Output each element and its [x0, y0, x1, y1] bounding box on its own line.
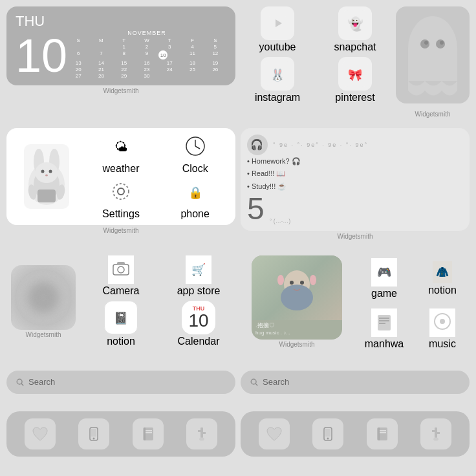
youtube-icon	[261, 6, 294, 40]
blurred-widget-col: Widgetsmith	[11, 265, 76, 338]
row3-right: ● .抱擁♡ hug music	[241, 255, 470, 352]
svg-rect-31	[108, 178, 134, 204]
notes-number: 5	[247, 193, 265, 224]
row3-left-icons: Camera 🛒 app store Widgetsmith	[6, 255, 235, 347]
dock-phone2-icon[interactable]	[312, 418, 343, 449]
ghost-svg	[404, 13, 462, 97]
svg-point-48	[310, 275, 316, 285]
svg-text:📓: 📓	[114, 311, 129, 325]
widgetsmith-big-label: Widgetsmith	[396, 107, 470, 119]
svg-rect-82	[435, 427, 437, 438]
youtube-icon-wrapper	[261, 6, 294, 40]
pinterest-icon-wrapper: 🎀	[338, 57, 372, 91]
notion1-app[interactable]: 📓 notion	[104, 301, 138, 347]
bunny-svg	[26, 146, 68, 207]
row4-search: Search Search	[6, 371, 470, 394]
svg-rect-54	[379, 318, 389, 319]
youtube-app[interactable]: youtube	[241, 6, 314, 53]
settings-label: Settings	[102, 208, 140, 220]
row3-right-icons: 🎮 game 🧥 notion manhwa	[357, 255, 470, 352]
dock-book2-icon[interactable]	[367, 418, 398, 449]
dock-right	[241, 411, 470, 457]
clock-app[interactable]: Clock	[160, 133, 230, 175]
widgetsmith-label-1: Widgetsmith	[6, 87, 235, 94]
row3: Camera 🛒 app store Widgetsmith	[6, 255, 470, 352]
svg-text:👻: 👻	[347, 16, 363, 32]
dock-heart-icon[interactable]	[25, 418, 56, 449]
notion2-label: notion	[428, 285, 457, 296]
row2-left-wrapper: 🌤 weather Clock Settings	[6, 128, 235, 240]
svg-rect-5	[408, 49, 457, 81]
blurred-widget	[11, 265, 76, 330]
music-app-label: music	[429, 338, 456, 350]
svg-rect-56	[379, 323, 385, 324]
game-app[interactable]: 🎮 game	[371, 258, 397, 299]
svg-rect-68	[144, 427, 146, 440]
note-item-1: • Homework? 🎧	[247, 155, 463, 168]
camera-app[interactable]: Camera	[103, 255, 140, 297]
snapchat-label: snapchat	[334, 41, 376, 53]
youtube-label: youtube	[259, 41, 296, 53]
svg-point-60	[17, 379, 22, 384]
music-app-icon	[429, 308, 455, 337]
svg-point-21	[45, 175, 48, 177]
big-ghost-widget	[396, 6, 470, 103]
svg-text:🐰: 🐰	[270, 68, 285, 82]
search-icon-left	[16, 378, 25, 387]
notes-items: • Homework? 🎧 • Read!!! 📖 • Study!!! ☕	[247, 155, 463, 193]
svg-point-18	[35, 162, 58, 183]
instagram-app[interactable]: 🐰 instagram	[241, 57, 314, 103]
date-cal-inner: THU NOVEMBER SMTWTFS 12345 6789101112 13…	[6, 6, 235, 85]
dock-book-icon[interactable]	[133, 418, 164, 449]
svg-line-61	[21, 384, 23, 385]
notes-bottom: 5 ° (…·…)	[247, 193, 463, 224]
camera-label: Camera	[103, 285, 140, 297]
dock-usb2-icon[interactable]	[420, 418, 451, 449]
svg-text:🎀: 🎀	[348, 68, 363, 82]
blurred-inner	[27, 281, 60, 314]
cal-num: 10	[188, 312, 208, 330]
weather-app[interactable]: 🌤 weather	[86, 133, 157, 175]
pinterest-app[interactable]: 🎀 pinterest	[318, 57, 392, 103]
calendar-app[interactable]: THU 10 Calendar	[178, 301, 220, 347]
pinterest-icon: 🎀	[338, 57, 372, 91]
notion1-icon: 📓	[104, 301, 138, 334]
manhwa-app[interactable]: manhwa	[365, 308, 404, 350]
appstore-app[interactable]: 🛒 app store	[177, 255, 221, 297]
svg-point-44	[281, 285, 313, 310]
instagram-icon: 🐰	[261, 57, 294, 91]
music-app[interactable]: music	[429, 308, 456, 350]
phone-label: phone	[180, 208, 210, 220]
svg-line-63	[255, 384, 257, 385]
svg-rect-22	[38, 189, 56, 202]
svg-point-8	[424, 41, 428, 45]
widgetsmith-label-3: Widgetsmith	[241, 233, 470, 240]
row3-left-col: Camera 🛒 app store Widgetsmith	[6, 255, 235, 352]
svg-text:🎮: 🎮	[377, 265, 392, 279]
svg-rect-74	[203, 432, 206, 434]
svg-point-20	[49, 170, 52, 173]
game-icon: 🎮	[371, 258, 397, 287]
notion2-app[interactable]: 🧥 notion	[428, 261, 457, 296]
bunny-img	[12, 133, 82, 220]
manhwa-icon	[371, 308, 397, 337]
weather-label: weather	[103, 163, 140, 175]
search-bar-right[interactable]: Search	[241, 371, 470, 394]
manhwa-label: manhwa	[365, 338, 404, 350]
search-bar-left[interactable]: Search	[6, 371, 235, 394]
svg-point-59	[440, 319, 445, 324]
bunny-widget: 🌤 weather Clock Settings	[6, 128, 235, 225]
svg-rect-65	[91, 429, 96, 437]
settings-app[interactable]: Settings	[86, 178, 157, 220]
dock-usb-icon[interactable]	[186, 418, 217, 449]
svg-rect-39	[117, 262, 125, 265]
dock-heart2-icon[interactable]	[259, 418, 290, 449]
snapchat-icon-wrapper: 👻	[338, 6, 372, 40]
svg-point-47	[277, 275, 284, 285]
phone-app[interactable]: 🔒 phone	[160, 178, 230, 220]
dock-phone-icon[interactable]	[78, 418, 109, 449]
snapchat-app[interactable]: 👻 snapchat	[318, 6, 392, 53]
svg-rect-36	[108, 255, 134, 281]
note-item-3: • Study!!! ☕	[247, 180, 463, 193]
svg-rect-73	[198, 430, 200, 432]
